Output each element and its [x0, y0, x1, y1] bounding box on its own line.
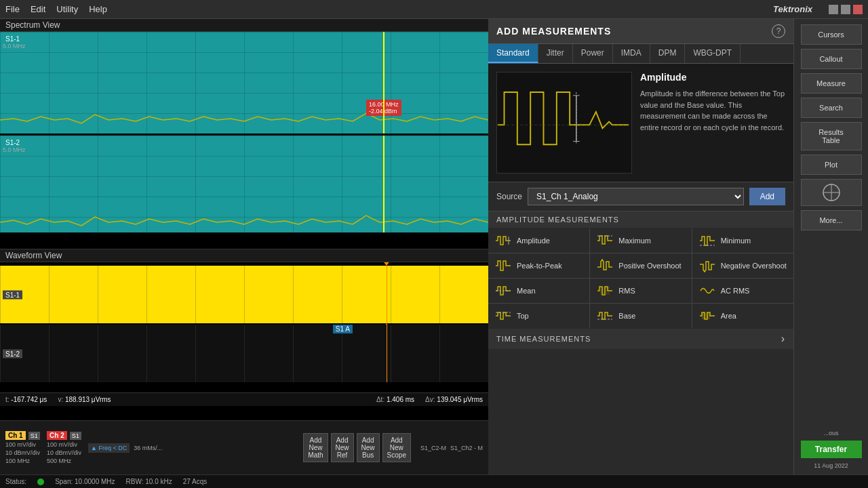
- date-label: 11 Aug 2022: [814, 462, 848, 469]
- time-section-header[interactable]: TIME MEASUREMENTS ›: [488, 329, 793, 349]
- callout-button[interactable]: Callout: [801, 49, 862, 69]
- tab-power[interactable]: Power: [573, 44, 613, 63]
- add-new-bus-button[interactable]: AddNewBus: [357, 433, 380, 462]
- ac-rms-item[interactable]: AC RMS: [692, 279, 793, 303]
- measurement-preview: Amplitude Amplitude is the difference be…: [488, 64, 793, 182]
- maximum-icon: [597, 234, 613, 247]
- mean-icon: [495, 284, 511, 298]
- amplitude-label: Amplitude: [517, 237, 550, 245]
- tab-standard[interactable]: Standard: [488, 44, 538, 63]
- top-item[interactable]: Top: [488, 304, 589, 328]
- ch2-s1-badge: S1: [70, 432, 81, 440]
- waveform-view-title: Waveform View: [0, 249, 488, 262]
- area-item[interactable]: Area: [692, 304, 793, 328]
- mean-item[interactable]: Mean: [488, 279, 589, 303]
- ch2-info: Ch 2 S1 100 mV/div 10 dBmV/div 500 MHz: [47, 431, 81, 464]
- peak-to-peak-label: Peak-to-Peak: [517, 262, 562, 270]
- panel-title: ADD MEASUREMENTS: [496, 26, 611, 37]
- s1-c2m: S1_C2-M: [420, 445, 446, 451]
- add-new-math-button[interactable]: AddNewMath: [303, 433, 328, 462]
- preview-description: Amplitude is the difference between the …: [640, 88, 785, 133]
- base-item[interactable]: Base: [590, 304, 691, 328]
- add-new-ref-button[interactable]: AddNewRef: [331, 433, 354, 462]
- base-icon: [597, 309, 613, 323]
- measurements-section: AMPLITUDE MEASUREMENTS Amplitude: [488, 211, 793, 474]
- menu-utility[interactable]: Utility: [56, 4, 78, 14]
- plot-button[interactable]: Plot: [801, 155, 862, 175]
- rms-icon: [597, 284, 613, 298]
- ch2-badge: Ch 2: [47, 431, 67, 440]
- ch1-s1-badge: S1: [28, 432, 40, 440]
- svg-rect-13: [597, 259, 613, 272]
- help-icon[interactable]: ?: [772, 24, 785, 38]
- amplitude-section-title: AMPLITUDE MEASUREMENTS: [496, 216, 619, 224]
- status-text: Status:: [5, 478, 26, 485]
- time-section-title: TIME MEASUREMENTS: [496, 335, 591, 343]
- tab-jitter[interactable]: Jitter: [538, 44, 573, 63]
- freq-div: 36 mMs/...: [134, 445, 162, 451]
- tab-wbg-dpt[interactable]: WBG-DPT: [685, 44, 741, 63]
- area-icon: [699, 309, 715, 323]
- ch1-div: 100 mV/div: [5, 441, 40, 448]
- tab-dpm[interactable]: DPM: [650, 44, 686, 63]
- peak-to-peak-icon: [495, 259, 511, 272]
- results-table-button[interactable]: Results Table: [801, 122, 862, 150]
- acquisition-label: ...ous: [823, 430, 838, 436]
- spectrum-view-title: Spectrum View: [0, 19, 488, 32]
- freq1-label: 5.0 MHz: [3, 43, 26, 49]
- menu-file[interactable]: File: [5, 4, 20, 14]
- minimum-item[interactable]: Minimum: [692, 228, 793, 253]
- cursor-icon-button[interactable]: [801, 179, 862, 206]
- s1-ch2-m: S1_Ch2 - M: [450, 445, 483, 451]
- search-button[interactable]: Search: [801, 98, 862, 118]
- ac-rms-label: AC RMS: [721, 287, 750, 295]
- top-icon: [495, 309, 511, 323]
- status-indicator: [37, 479, 44, 485]
- source-select[interactable]: S1_Ch 1_Analog: [528, 188, 744, 205]
- svg-rect-19: [699, 284, 715, 298]
- readout-dv: Δv: 139.045 μVrms: [425, 396, 483, 403]
- minimum-icon: [699, 234, 715, 247]
- cursor-grid-icon: [821, 182, 842, 203]
- minimize-button[interactable]: [829, 5, 838, 14]
- amplitude-icon: [495, 234, 511, 247]
- readout-bar: t: -167.742 μs v: 188.913 μVrms Δt: 1.40…: [0, 392, 488, 406]
- bottom-strip: Status: Span: 10.0000 MHz RBW: 10.0 kHz …: [0, 474, 868, 488]
- waveform-preview-image: [496, 72, 632, 174]
- readout-v: v: 188.913 μVrms: [58, 396, 111, 403]
- add-new-scope-button[interactable]: AddNewScope: [382, 433, 411, 462]
- readout-dt: Δt: 1.406 ms: [376, 396, 414, 403]
- menu-edit[interactable]: Edit: [31, 4, 45, 14]
- maximum-item[interactable]: Maximum: [590, 228, 691, 253]
- source-row: Source S1_Ch 1_Analog Add: [488, 182, 793, 211]
- tab-imda[interactable]: IMDA: [613, 44, 650, 63]
- transfer-button[interactable]: Transfer: [801, 441, 862, 458]
- close-button[interactable]: [853, 5, 863, 14]
- freq2-label: 5.0 MHz: [3, 146, 26, 153]
- base-label: Base: [618, 312, 635, 320]
- positive-overshoot-icon: [597, 259, 613, 272]
- ch1-db: 10 dBmV/div: [5, 449, 40, 456]
- app-logo: Tektronix: [773, 4, 812, 14]
- amplitude-item[interactable]: Amplitude: [488, 228, 589, 253]
- positive-overshoot-item[interactable]: Positive Overshoot: [590, 253, 691, 278]
- minimum-label: Minimum: [721, 237, 751, 245]
- add-measurement-button[interactable]: Add: [749, 188, 785, 205]
- ch2-freq: 500 MHz: [47, 458, 81, 464]
- positive-overshoot-label: Positive Overshoot: [618, 262, 681, 270]
- rms-item[interactable]: RMS: [590, 279, 691, 303]
- ch1-badge: Ch 1: [5, 431, 26, 440]
- rms-label: RMS: [618, 287, 635, 295]
- maximize-button[interactable]: [841, 5, 850, 14]
- peak-to-peak-item[interactable]: Peak-to-Peak: [488, 253, 589, 278]
- more-button[interactable]: More...: [801, 210, 862, 230]
- cursors-button[interactable]: Cursors: [801, 24, 862, 45]
- ch1-freq: 100 MHz: [5, 458, 40, 464]
- svg-rect-25: [702, 312, 710, 319]
- menu-help[interactable]: Help: [89, 4, 107, 14]
- top-label: Top: [517, 312, 529, 320]
- svg-rect-18: [600, 287, 610, 295]
- measure-button[interactable]: Measure: [801, 73, 862, 94]
- negative-overshoot-item[interactable]: Negative Overshoot: [692, 253, 793, 278]
- amplitude-measurements-grid: Amplitude Maximum: [488, 228, 793, 328]
